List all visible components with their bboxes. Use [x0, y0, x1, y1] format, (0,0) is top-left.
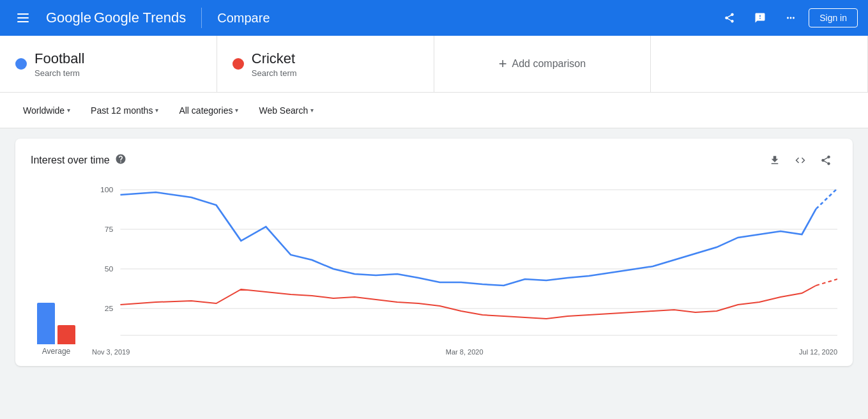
football-trend-line — [120, 192, 816, 286]
card-header: Interest over time — [31, 149, 837, 172]
share-chart-button[interactable] — [814, 149, 837, 172]
search-term-football[interactable]: Football Search term — [0, 36, 217, 92]
embed-button[interactable] — [789, 149, 812, 172]
chart-svg-wrapper: 100 75 50 25 — [92, 177, 837, 356]
card-actions — [763, 149, 837, 172]
category-arrow: ▾ — [235, 107, 238, 114]
filters-bar: Worldwide ▾ Past 12 months ▾ All categor… — [0, 93, 868, 128]
add-icon: + — [499, 56, 507, 72]
add-comparison-label: Add comparison — [512, 58, 586, 70]
category-filter[interactable]: All categories ▾ — [171, 100, 246, 121]
cricket-dot — [232, 58, 244, 70]
average-label: Average — [42, 347, 70, 356]
search-type-label: Web Search — [259, 105, 308, 116]
time-range-arrow: ▾ — [155, 107, 158, 114]
sign-in-button[interactable]: Sign in — [809, 8, 858, 27]
app-header: Google Google Trends Compare Sign in — [0, 0, 868, 36]
category-label: All categories — [179, 105, 232, 116]
svg-rect-2 — [17, 21, 29, 22]
cricket-info: Cricket Search term — [252, 50, 297, 78]
football-type: Search term — [34, 68, 84, 78]
main-content: Interest over time — [0, 128, 868, 376]
average-bar-cricket — [57, 325, 75, 344]
search-terms-bar: Football Search term Cricket Search term… — [0, 36, 868, 93]
average-bars — [37, 293, 75, 344]
interest-over-time-card: Interest over time — [15, 139, 853, 366]
share-button[interactable] — [717, 5, 742, 31]
svg-text:100: 100 — [100, 186, 113, 194]
time-range-label: Past 12 months — [91, 105, 153, 116]
menu-button[interactable] — [10, 5, 36, 31]
football-name: Football — [34, 50, 84, 67]
football-trend-dotted — [816, 188, 837, 209]
cricket-trend-line — [120, 286, 816, 319]
x-label-0: Nov 3, 2019 — [92, 348, 130, 356]
svg-rect-0 — [17, 13, 29, 15]
location-arrow: ▾ — [67, 107, 70, 114]
time-range-filter[interactable]: Past 12 months ▾ — [83, 100, 166, 121]
trend-chart: 100 75 50 25 — [92, 177, 837, 343]
svg-text:50: 50 — [105, 265, 114, 273]
card-title-group: Interest over time — [31, 153, 126, 167]
svg-text:75: 75 — [105, 225, 114, 233]
download-button[interactable] — [763, 149, 786, 172]
logo-google: Google — [46, 10, 91, 26]
cricket-type: Search term — [252, 68, 297, 78]
search-type-arrow: ▾ — [310, 107, 314, 114]
header-divider — [201, 8, 202, 28]
svg-rect-1 — [17, 17, 29, 19]
chart-container: Average 100 75 50 25 — [31, 177, 837, 356]
x-label-1: Mar 8, 2020 — [446, 348, 483, 356]
cricket-name: Cricket — [252, 50, 297, 67]
apps-button[interactable] — [778, 5, 803, 31]
search-term-cricket[interactable]: Cricket Search term — [217, 36, 434, 92]
location-label: Worldwide — [23, 105, 65, 116]
chart-average: Average — [31, 293, 82, 356]
empty-term-cell-4 — [651, 36, 868, 92]
football-info: Football Search term — [34, 50, 84, 78]
page-title: Compare — [217, 11, 270, 26]
search-type-filter[interactable]: Web Search ▾ — [251, 100, 321, 121]
help-icon[interactable] — [115, 153, 126, 167]
x-axis-labels: Nov 3, 2019 Mar 8, 2020 Jul 12, 2020 — [92, 346, 837, 356]
add-comparison-cell[interactable]: + Add comparison — [434, 36, 651, 92]
logo-trends: Google Trends — [94, 10, 186, 26]
app-logo: Google Google Trends — [46, 10, 186, 26]
svg-text:25: 25 — [105, 305, 114, 312]
card-title: Interest over time — [31, 155, 110, 166]
football-dot — [15, 58, 27, 70]
x-label-2: Jul 12, 2020 — [799, 348, 837, 356]
average-bar-football — [37, 303, 55, 344]
feedback-button[interactable] — [747, 5, 773, 31]
cricket-trend-dotted — [816, 279, 837, 286]
location-filter[interactable]: Worldwide ▾ — [15, 100, 78, 121]
header-actions: Sign in — [717, 5, 858, 31]
